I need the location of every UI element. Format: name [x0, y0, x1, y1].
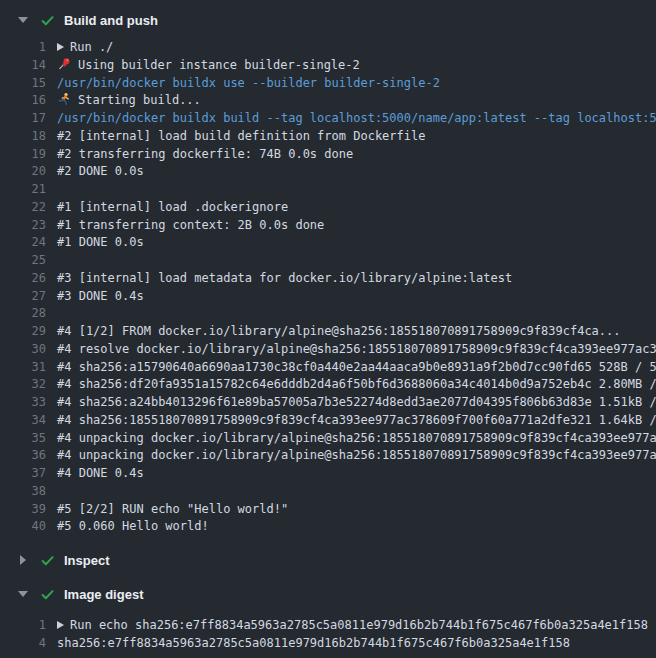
log-line: 29#4 [1/2] FROM docker.io/library/alpine… — [0, 323, 656, 341]
log-line: 25 — [0, 252, 656, 270]
line-number[interactable]: 27 — [0, 288, 46, 306]
log-line-text: #1 [internal] load .dockerignore — [57, 199, 288, 217]
collapse-triangle-icon[interactable] — [18, 17, 28, 23]
log-line: 31#4 sha256:a15790640a6690aa1730c38cf0a4… — [0, 359, 656, 377]
log-line: 39#5 [2/2] RUN echo "Hello world!" — [0, 501, 656, 519]
section-title: Image digest — [64, 587, 143, 602]
log-line-text: Run ./ — [57, 39, 113, 57]
line-number[interactable]: 38 — [0, 483, 46, 501]
line-number[interactable]: 18 — [0, 128, 46, 146]
log-text: #1 DONE 0.0s — [57, 235, 144, 249]
log-line-text: #5 [2/2] RUN echo "Hello world!" — [57, 501, 288, 519]
line-number[interactable]: 16 — [0, 92, 46, 110]
line-number[interactable]: 36 — [0, 447, 46, 465]
line-number[interactable]: 28 — [0, 305, 46, 323]
log-line: 40#5 0.060 Hello world! — [0, 518, 656, 536]
line-number[interactable]: 22 — [0, 199, 46, 217]
line-number[interactable]: 17 — [0, 110, 46, 128]
line-number[interactable]: 21 — [0, 181, 46, 199]
log-text: #5 0.060 Hello world! — [57, 519, 209, 533]
line-number[interactable]: 30 — [0, 341, 46, 359]
log-line: 15/usr/bin/docker buildx use --builder b… — [0, 75, 656, 93]
log-line-text: Run echo sha256:e7ff8834a5963a2785c5a081… — [57, 617, 648, 635]
log-text: #3 DONE 0.4s — [57, 289, 144, 303]
log-line-text: #1 transferring context: 2B 0.0s done — [57, 217, 324, 235]
log-line: 35#4 unpacking docker.io/library/alpine@… — [0, 430, 656, 448]
log-line: 4sha256:e7ff8834a5963a2785c5a0811e979d16… — [0, 635, 656, 653]
line-number[interactable]: 37 — [0, 465, 46, 483]
log-line: 34#4 sha256:185518070891758909c9f839cf4c… — [0, 412, 656, 430]
log-line: 33#4 sha256:a24bb4013296f61e89ba57005a7b… — [0, 394, 656, 412]
section-title: Inspect — [64, 553, 110, 568]
log-text: #4 [1/2] FROM docker.io/library/alpine@s… — [57, 324, 621, 338]
log-line-text: /usr/bin/docker buildx use --builder bui… — [57, 75, 440, 93]
line-number[interactable]: 19 — [0, 146, 46, 164]
line-number[interactable]: 1 — [0, 39, 46, 57]
log-line: 24#1 DONE 0.0s — [0, 234, 656, 252]
log-text: #4 unpacking docker.io/library/alpine@sh… — [57, 448, 656, 462]
expand-triangle-icon[interactable] — [18, 555, 28, 565]
log-text: #3 [internal] load metadata for docker.i… — [57, 271, 512, 285]
section-header-build-and-push[interactable]: Build and push — [0, 8, 656, 32]
log-lines-build-and-push: 1Run ./14 Using builder instance builder… — [0, 32, 656, 548]
log-text: #2 transferring dockerfile: 74B 0.0s don… — [57, 147, 353, 161]
log-text: /usr/bin/docker buildx build --tag local… — [57, 111, 656, 125]
log-line-text: #4 sha256:a15790640a6690aa1730c38cf0a440… — [57, 359, 656, 377]
line-number[interactable]: 15 — [0, 75, 46, 93]
log-line: 30#4 resolve docker.io/library/alpine@sh… — [0, 341, 656, 359]
section-header-inspect[interactable]: Inspect — [0, 548, 656, 572]
line-number[interactable]: 33 — [0, 394, 46, 412]
log-line: 16 Starting build... — [0, 92, 656, 110]
log-line: 28 — [0, 305, 656, 323]
log-line-text: #5 0.060 Hello world! — [57, 518, 209, 536]
log-text: #4 DONE 0.4s — [57, 466, 144, 480]
log-text: #4 resolve docker.io/library/alpine@sha2… — [57, 342, 656, 356]
log-line-text: #2 [internal] load build definition from… — [57, 128, 425, 146]
log-text: Starting build... — [78, 93, 201, 107]
success-check-icon — [40, 13, 55, 28]
line-number[interactable]: 1 — [0, 617, 46, 635]
workflow-log-viewer: Build and push 1Run ./14 Using builder i… — [0, 0, 656, 653]
log-text: #4 sha256:df20fa9351a15782c64e6dddb2d4a6… — [57, 377, 656, 391]
log-text: #4 sha256:a24bb4013296f61e89ba57005a7b3e… — [57, 395, 656, 409]
line-number[interactable]: 20 — [0, 163, 46, 181]
log-text: #2 DONE 0.0s — [57, 164, 144, 178]
line-number[interactable]: 14 — [0, 57, 46, 75]
section-header-image-digest[interactable]: Image digest — [0, 582, 656, 606]
line-number[interactable]: 23 — [0, 217, 46, 235]
line-number[interactable]: 40 — [0, 518, 46, 536]
log-line-text: Using builder instance builder-single-2 — [57, 57, 360, 75]
expand-group-arrow-icon[interactable] — [57, 43, 64, 51]
line-number[interactable]: 25 — [0, 252, 46, 270]
pushpin-icon — [57, 57, 71, 71]
log-line: 1Run echo sha256:e7ff8834a5963a2785c5a08… — [0, 617, 656, 635]
log-line: 1Run ./ — [0, 39, 656, 57]
log-line: 17/usr/bin/docker buildx build --tag loc… — [0, 110, 656, 128]
log-line: 14 Using builder instance builder-single… — [0, 57, 656, 75]
log-line-text: sha256:e7ff8834a5963a2785c5a0811e979d16b… — [57, 635, 570, 653]
log-line-text: #2 transferring dockerfile: 74B 0.0s don… — [57, 146, 353, 164]
line-number[interactable]: 34 — [0, 412, 46, 430]
expand-group-arrow-icon[interactable] — [57, 621, 64, 629]
runner-icon — [57, 92, 71, 106]
log-line-text: #4 [1/2] FROM docker.io/library/alpine@s… — [57, 323, 621, 341]
line-number[interactable]: 26 — [0, 270, 46, 288]
line-number[interactable]: 32 — [0, 376, 46, 394]
log-text: #4 sha256:185518070891758909c9f839cf4ca3… — [57, 413, 656, 427]
log-line: 20#2 DONE 0.0s — [0, 163, 656, 181]
log-text: sha256:e7ff8834a5963a2785c5a0811e979d16b… — [57, 636, 570, 650]
success-check-icon — [40, 553, 55, 568]
collapse-triangle-icon[interactable] — [18, 591, 28, 597]
log-line: 22#1 [internal] load .dockerignore — [0, 199, 656, 217]
line-number[interactable]: 35 — [0, 430, 46, 448]
line-number[interactable]: 24 — [0, 234, 46, 252]
line-number[interactable]: 29 — [0, 323, 46, 341]
log-text: #1 transferring context: 2B 0.0s done — [57, 218, 324, 232]
log-line: 26#3 [internal] load metadata for docker… — [0, 270, 656, 288]
log-line: 37#4 DONE 0.4s — [0, 465, 656, 483]
line-number[interactable]: 4 — [0, 635, 46, 653]
log-line-text: /usr/bin/docker buildx build --tag local… — [57, 110, 656, 128]
line-number[interactable]: 31 — [0, 359, 46, 377]
line-number[interactable]: 39 — [0, 501, 46, 519]
log-line-text: #4 sha256:df20fa9351a15782c64e6dddb2d4a6… — [57, 376, 656, 394]
